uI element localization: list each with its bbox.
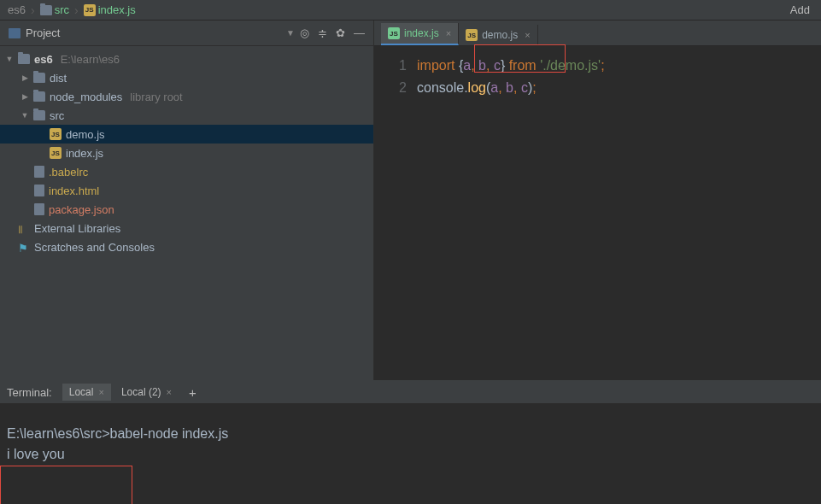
ident: b [478, 58, 486, 73]
folder-icon [33, 110, 45, 120]
hide-icon[interactable]: — [354, 26, 365, 39]
jsfile-icon: JS [466, 29, 478, 41]
tree-hint: library root [130, 91, 182, 103]
expand-right-icon[interactable]: ▶ [21, 92, 29, 101]
terminal-tab-local[interactable]: Local × [62, 384, 111, 401]
line-gutter: 1 2 [374, 55, 417, 380]
breadcrumb-label: src [55, 3, 69, 16]
crumb-file[interactable]: JS index.js [80, 3, 139, 16]
expand-down-icon[interactable]: ▼ [5, 55, 14, 63]
sidebar-header: Project ▼ ◎ ≑ ✿ — [0, 21, 373, 46]
breadcrumb-label: es6 [8, 3, 26, 16]
jsfile-icon: JS [84, 4, 96, 16]
add-terminal-button[interactable]: + [182, 385, 203, 400]
terminal-body[interactable]: E:\learn\es6\src>babel-node index.js i l… [0, 403, 821, 504]
expand-down-icon[interactable]: ▼ [21, 111, 29, 120]
folder-icon [33, 73, 45, 83]
tree-path: E:\learn\es6 [61, 53, 120, 66]
tree-label: package.json [49, 203, 114, 216]
tree-file-babelrc[interactable]: .babelrc [0, 162, 373, 181]
add-button[interactable]: Add [783, 3, 817, 16]
jsfile-icon: JS [50, 147, 62, 159]
terminal-panel: Terminal: Local × Local (2) × + E:\learn… [0, 380, 821, 504]
tree-scratches[interactable]: ⚑ Scratches and Consoles [0, 237, 373, 256]
tab-label: Local [69, 386, 94, 398]
folder-icon [33, 91, 45, 102]
folder-icon [18, 54, 30, 64]
tree-label: index.js [66, 147, 103, 160]
code-line: import {a, b, c} from './demo.js'; [417, 55, 821, 77]
file-icon [34, 166, 44, 178]
tree-file-packagejson[interactable]: package.json [0, 200, 373, 219]
kw-from: from [509, 58, 537, 73]
chevron-right-icon: › [29, 3, 37, 17]
line-number: 2 [374, 77, 407, 99]
line-number: 1 [374, 55, 407, 77]
jsfile-icon: JS [388, 27, 400, 39]
ident: c [494, 58, 501, 73]
tree-file-indexhtml[interactable]: index.html [0, 181, 373, 200]
jsfile-icon: JS [50, 128, 62, 140]
chevron-down-icon[interactable]: ▼ [286, 28, 295, 38]
string: './demo.js' [540, 58, 601, 73]
highlight-box [0, 466, 132, 504]
breadcrumb-label: index.js [98, 3, 136, 16]
chevron-right-icon: › [73, 3, 80, 17]
tree-external-libs[interactable]: ⫴ External Libraries [0, 219, 373, 237]
fn: log [468, 80, 486, 95]
brace: } [501, 58, 505, 73]
file-icon [34, 185, 44, 196]
gear-icon[interactable]: ✿ [336, 26, 345, 39]
file-icon [34, 203, 44, 215]
terminal-output: i love you [7, 444, 814, 465]
terminal-tabbar: Terminal: Local × Local (2) × + [0, 381, 821, 403]
tree-root[interactable]: ▼ es6 E:\learn\es6 [0, 50, 373, 68]
crumb-project[interactable]: es6 [4, 3, 29, 16]
tree-folder-nodemodules[interactable]: ▶ node_modules library root [0, 87, 373, 106]
sidebar-title[interactable]: Project [26, 26, 281, 39]
code-editor[interactable]: 1 2 import {a, b, c} from './demo.js'; c… [374, 46, 821, 380]
kw-import: import [417, 58, 454, 73]
tree-file-demo[interactable]: JS demo.js [0, 125, 373, 144]
tree-label: .babelrc [49, 166, 88, 179]
close-icon[interactable]: × [446, 28, 451, 38]
folder-icon [40, 5, 52, 15]
locate-icon[interactable]: ◎ [300, 26, 309, 39]
tab-label: index.js [404, 27, 439, 39]
tree-label: dist [50, 72, 67, 85]
ident: console [417, 80, 464, 95]
terminal-tab-local2[interactable]: Local (2) × [114, 384, 179, 401]
tab-label: Local (2) [121, 386, 161, 398]
project-sidebar: Project ▼ ◎ ≑ ✿ — ▼ es6 E:\learn\es6 ▶ d… [0, 21, 374, 380]
tab-demo[interactable]: JS demo.js × [459, 25, 537, 45]
terminal-line: E:\learn\es6\src>babel-node index.js [7, 424, 814, 444]
expand-icon[interactable]: ≑ [318, 26, 327, 39]
tree-label: node_modules [50, 91, 122, 103]
library-icon: ⫴ [18, 223, 30, 233]
tree-label: index.html [49, 185, 99, 197]
expand-right-icon[interactable]: ▶ [21, 73, 29, 82]
close-icon[interactable]: × [525, 30, 530, 40]
code-line: console.log(a, b, c); [417, 77, 821, 99]
tree-label: es6 [34, 53, 53, 66]
terminal-prompt: E:\learn\es6\src> [7, 426, 110, 441]
tree-label: src [50, 109, 64, 122]
tab-label: demo.js [482, 29, 518, 41]
terminal-label: Terminal: [7, 386, 52, 399]
terminal-cmd: babel-node index.js [110, 426, 229, 441]
sidebar-actions: ◎ ≑ ✿ — [300, 26, 365, 39]
tree-file-index[interactable]: JS index.js [0, 144, 373, 162]
project-tree: ▼ es6 E:\learn\es6 ▶ dist ▶ node_modules… [0, 46, 373, 380]
tree-folder-dist[interactable]: ▶ dist [0, 68, 373, 87]
editor-pane: JS index.js × JS demo.js × 1 2 import {a… [374, 21, 821, 380]
tree-label: External Libraries [34, 222, 120, 235]
close-icon[interactable]: × [167, 387, 172, 397]
close-icon[interactable]: × [98, 387, 103, 397]
crumb-folder[interactable]: src [37, 3, 73, 16]
scratch-icon: ⚑ [18, 242, 30, 252]
project-icon [9, 28, 21, 38]
ident: a [463, 58, 471, 73]
code-content[interactable]: import {a, b, c} from './demo.js'; conso… [417, 55, 821, 380]
tree-folder-src[interactable]: ▼ src [0, 106, 373, 125]
tab-index[interactable]: JS index.js × [381, 23, 459, 45]
